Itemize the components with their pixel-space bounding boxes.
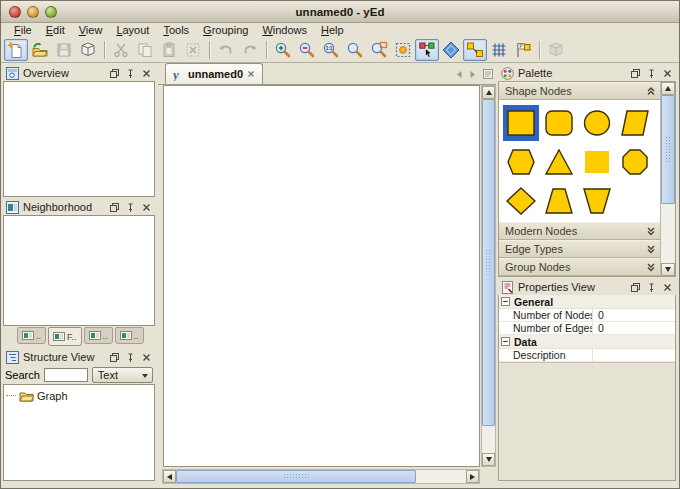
palette-section-shape-nodes[interactable]: Shape Nodes bbox=[499, 82, 660, 100]
shape-diamond[interactable] bbox=[503, 183, 539, 219]
horizontal-scroll-thumb[interactable] bbox=[176, 470, 416, 483]
search-input[interactable] bbox=[44, 368, 88, 382]
pin-button[interactable] bbox=[646, 68, 657, 79]
snapping-button[interactable] bbox=[463, 39, 487, 61]
shape-parallelogram[interactable] bbox=[617, 105, 653, 141]
menu-view[interactable]: View bbox=[72, 23, 110, 38]
canvas-vertical-scrollbar[interactable] bbox=[481, 85, 496, 467]
previous-tab-button[interactable] bbox=[455, 70, 463, 79]
palette-section-group-nodes[interactable]: Group Nodes bbox=[499, 258, 660, 276]
fit-node-to-label-button[interactable] bbox=[391, 39, 415, 61]
menu-help[interactable]: Help bbox=[314, 23, 351, 38]
canvas-horizontal-scrollbar[interactable] bbox=[162, 469, 480, 484]
window-list-button[interactable] bbox=[483, 69, 493, 79]
new-document-button[interactable] bbox=[4, 39, 28, 61]
palette-scrollbar[interactable] bbox=[660, 82, 675, 276]
shape-ellipse[interactable] bbox=[579, 105, 615, 141]
titlebar[interactable]: unnamed0 - yEd bbox=[1, 1, 679, 23]
panel-tab-1[interactable]: .. bbox=[17, 327, 46, 344]
scroll-up-button[interactable] bbox=[661, 82, 675, 95]
close-button[interactable] bbox=[662, 282, 673, 293]
menu-tools[interactable]: Tools bbox=[156, 23, 196, 38]
float-icon bbox=[631, 69, 640, 78]
menu-edit[interactable]: Edit bbox=[39, 23, 72, 38]
shape-rectangle[interactable] bbox=[503, 105, 539, 141]
pin-button[interactable] bbox=[125, 68, 136, 79]
move-mode-button[interactable] bbox=[439, 39, 463, 61]
scroll-left-button[interactable] bbox=[163, 470, 176, 483]
float-button[interactable] bbox=[109, 68, 120, 79]
tab-close-icon[interactable] bbox=[247, 70, 255, 78]
fit-content-button[interactable] bbox=[343, 39, 367, 61]
collapse-icon[interactable] bbox=[501, 297, 510, 306]
scroll-down-button[interactable] bbox=[482, 453, 495, 466]
scroll-down-button[interactable] bbox=[661, 263, 675, 276]
close-button[interactable] bbox=[141, 68, 152, 79]
panel-tab-2[interactable]: F.. bbox=[48, 327, 82, 346]
panel-tab-label: F.. bbox=[67, 332, 77, 342]
overview-panel-header[interactable]: Overview bbox=[3, 65, 155, 81]
magnifier-icon bbox=[346, 41, 364, 59]
palette-scroll-thumb[interactable] bbox=[661, 95, 675, 204]
panel-tab-3[interactable]: .. bbox=[84, 327, 113, 344]
next-tab-button[interactable] bbox=[469, 70, 477, 79]
shape-trapezoid-inverted[interactable] bbox=[579, 183, 615, 219]
close-button[interactable] bbox=[662, 68, 673, 79]
edit-mode-button[interactable] bbox=[415, 39, 439, 61]
close-button[interactable] bbox=[141, 202, 152, 213]
export-button[interactable] bbox=[76, 39, 100, 61]
tree-item-graph[interactable]: Graph bbox=[6, 388, 152, 403]
document-tab-bar: y unnamed0 bbox=[158, 63, 496, 85]
property-group-data[interactable]: Data bbox=[499, 335, 675, 349]
float-button[interactable] bbox=[109, 202, 120, 213]
palette-section-modern-nodes[interactable]: Modern Nodes bbox=[499, 222, 660, 240]
vertical-scroll-thumb[interactable] bbox=[482, 99, 495, 426]
shape-trapezoid[interactable] bbox=[541, 183, 577, 219]
menu-windows[interactable]: Windows bbox=[255, 23, 314, 38]
open-folder-icon bbox=[31, 41, 49, 59]
property-row[interactable]: Number of Edges0 bbox=[499, 322, 675, 335]
label-placement-button[interactable]: P bbox=[511, 39, 535, 61]
pin-button[interactable] bbox=[646, 282, 657, 293]
property-row[interactable]: Description bbox=[499, 349, 675, 362]
open-button[interactable] bbox=[28, 39, 52, 61]
shape-rounded-rectangle[interactable] bbox=[541, 105, 577, 141]
menu-file[interactable]: File bbox=[7, 23, 39, 38]
palette-section-edge-types[interactable]: Edge Types bbox=[499, 240, 660, 258]
grid-button[interactable] bbox=[487, 39, 511, 61]
zoom-actual-size-button[interactable]: 1:1 bbox=[319, 39, 343, 61]
zoom-to-selection-button[interactable] bbox=[367, 39, 391, 61]
properties-table: GeneralNumber of Nodes0Number of Edges0D… bbox=[499, 295, 675, 363]
float-button[interactable] bbox=[630, 282, 641, 293]
menu-layout[interactable]: Layout bbox=[109, 23, 156, 38]
zoom-out-button[interactable] bbox=[295, 39, 319, 61]
property-group-general[interactable]: General bbox=[499, 295, 675, 309]
graph-canvas[interactable] bbox=[163, 85, 480, 467]
document-tab-unnamed0[interactable]: y unnamed0 bbox=[165, 63, 263, 84]
scroll-up-button[interactable] bbox=[482, 86, 495, 99]
search-filter-dropdown[interactable]: Text bbox=[92, 367, 153, 383]
structure-view-panel-header[interactable]: Structure View bbox=[3, 349, 155, 365]
pin-button[interactable] bbox=[125, 202, 136, 213]
overview-canvas[interactable] bbox=[3, 81, 155, 197]
shape-hexagon[interactable] bbox=[503, 144, 539, 180]
neighborhood-panel-header[interactable]: Neighborhood bbox=[3, 199, 155, 215]
close-button[interactable] bbox=[141, 352, 152, 363]
float-button[interactable] bbox=[109, 352, 120, 363]
zoom-in-button[interactable] bbox=[271, 39, 295, 61]
scroll-right-button[interactable] bbox=[466, 470, 479, 483]
menu-grouping[interactable]: Grouping bbox=[196, 23, 255, 38]
properties-view-panel-header[interactable]: Properties View bbox=[498, 279, 676, 295]
shape-octagon[interactable] bbox=[617, 144, 653, 180]
shape-triangle[interactable] bbox=[541, 144, 577, 180]
neighborhood-canvas[interactable] bbox=[3, 215, 155, 326]
shape-rectangle-plain[interactable] bbox=[579, 144, 615, 180]
float-button[interactable] bbox=[630, 68, 641, 79]
document-tab-label: unnamed0 bbox=[188, 68, 243, 80]
property-row[interactable]: Number of Nodes0 bbox=[499, 309, 675, 322]
collapse-icon[interactable] bbox=[501, 337, 510, 346]
chevron-double-down-icon bbox=[646, 226, 656, 236]
panel-tab-4[interactable]: .. bbox=[115, 327, 144, 344]
pin-button[interactable] bbox=[125, 352, 136, 363]
palette-panel-header[interactable]: Palette bbox=[498, 65, 676, 81]
